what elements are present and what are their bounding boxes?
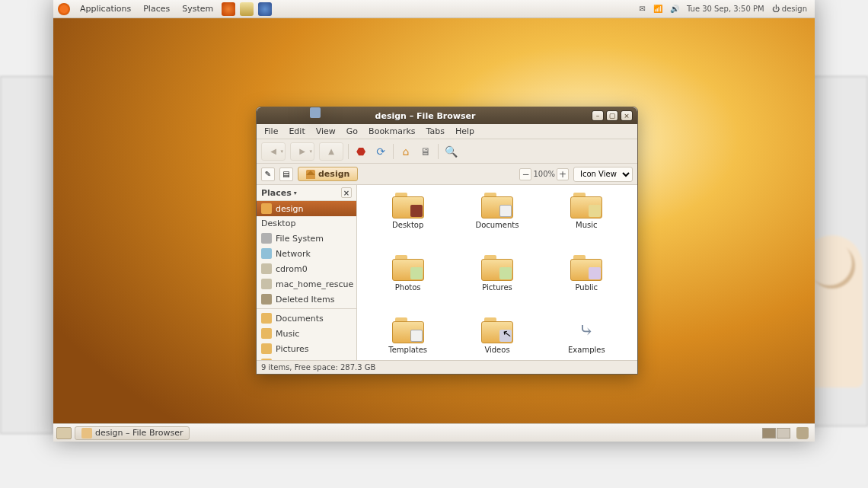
folder-icon (261, 328, 272, 339)
breadcrumb-home[interactable]: design (298, 167, 358, 181)
close-button[interactable]: × (621, 110, 633, 121)
folder-icon (481, 255, 513, 281)
folder-icon (481, 193, 513, 218)
menu-edit[interactable]: Edit (284, 126, 309, 137)
toolbar: ◀▾ ▶▾ ▲ ⬣ ⟳ ⌂ 🖥 🔍 (257, 139, 637, 164)
zoom-out-button[interactable]: − (519, 168, 531, 180)
folder-icon (261, 313, 272, 324)
zoom-control: − 100% + (519, 168, 569, 180)
side-pane-title: Places (261, 188, 292, 198)
zoom-in-button[interactable]: + (557, 168, 569, 180)
network-tray-icon[interactable]: 📶 (650, 5, 665, 13)
view-mode-select[interactable]: Icon View (573, 167, 633, 182)
folder-icon (261, 343, 272, 354)
trash-icon (261, 294, 272, 305)
sidebar-place-file-system[interactable]: File System (257, 231, 356, 246)
fs-icon (261, 233, 272, 244)
computer-button[interactable]: 🖥 (418, 144, 433, 159)
path-edit-toggle[interactable]: ✎ (261, 167, 275, 181)
menu-view[interactable]: View (311, 126, 340, 137)
menubar: File Edit View Go Bookmarks Tabs Help (257, 124, 637, 139)
menu-bookmarks[interactable]: Bookmarks (364, 126, 420, 137)
minimize-button[interactable]: – (592, 110, 604, 121)
menu-go[interactable]: Go (342, 126, 362, 137)
file-item-documents[interactable]: Documents (452, 193, 541, 252)
up-button[interactable]: ▲ (319, 142, 343, 161)
file-item-public[interactable]: Public (542, 255, 631, 314)
sidebar-place-documents[interactable]: Documents (257, 311, 356, 326)
back-button[interactable]: ◀▾ (261, 142, 286, 161)
stop-button[interactable]: ⬣ (353, 144, 369, 159)
workspace-1[interactable] (762, 428, 776, 439)
forward-button[interactable]: ▶▾ (290, 142, 314, 161)
sidebar-place-desktop[interactable]: Desktop (257, 216, 356, 231)
place-label: File System (276, 234, 324, 244)
firefox-launcher-icon[interactable] (222, 2, 235, 16)
place-label: cdrom0 (276, 264, 308, 274)
icon-view[interactable]: DesktopDocumentsMusicPhotosPicturesPubli… (357, 185, 637, 360)
place-label: design (276, 204, 304, 214)
applications-menu[interactable]: Applications (75, 2, 136, 15)
home-button[interactable]: ⌂ (398, 144, 413, 159)
place-label: Documents (276, 314, 324, 324)
place-label: Deleted Items (276, 295, 334, 305)
ubuntu-desktop: Applications Places System ✉ 📶 🔊 Tue 30 … (53, 0, 815, 442)
side-pane: Places ▾ × designDesktopFile SystemNetwo… (257, 185, 357, 360)
sidebar-place-network[interactable]: Network (257, 246, 356, 261)
system-menu[interactable]: System (177, 2, 219, 15)
net-icon (261, 248, 272, 259)
status-text: 9 items, Free space: 287.3 GB (261, 363, 375, 372)
file-item-templates[interactable]: Templates (363, 317, 452, 360)
volume-tray-icon[interactable]: 🔊 (667, 5, 682, 13)
search-button[interactable]: 🔍 (443, 144, 458, 159)
zoom-percent: 100% (533, 170, 555, 178)
sidebar-place-cdrom0[interactable]: cdrom0 (257, 261, 356, 276)
place-label: Pictures (276, 344, 309, 354)
folder-icon (392, 317, 424, 343)
file-label: Videos (484, 346, 509, 354)
show-desktop-button[interactable] (56, 427, 72, 439)
side-pane-close-button[interactable]: × (341, 187, 352, 198)
file-item-photos[interactable]: Photos (363, 255, 452, 314)
side-pane-header[interactable]: Places ▾ × (257, 185, 356, 201)
file-item-videos[interactable]: Videos (452, 317, 541, 360)
clock[interactable]: Tue 30 Sep, 3:50 PM (684, 5, 767, 13)
notification-tray-icon[interactable]: ✉ (637, 5, 649, 13)
menu-tabs[interactable]: Tabs (422, 126, 449, 137)
file-label: Photos (395, 283, 421, 292)
path-crumb-toggle[interactable]: ▤ (279, 167, 293, 181)
sidebar-place-music[interactable]: Music (257, 326, 356, 341)
sidebar-place-pictures[interactable]: Pictures (257, 341, 356, 356)
toolbar-separator (348, 144, 349, 159)
ubuntu-logo-icon[interactable] (58, 3, 70, 15)
file-item-music[interactable]: Music (542, 193, 631, 252)
maximize-button[interactable]: ▢ (606, 110, 618, 121)
taskbar-button-file-browser[interactable]: design – File Browser (75, 426, 190, 440)
file-label: Music (576, 221, 597, 229)
file-label: Public (576, 283, 598, 292)
trash-applet-icon[interactable] (796, 427, 809, 439)
place-label: mac_home_rescue (276, 279, 353, 289)
top-panel: Applications Places System ✉ 📶 🔊 Tue 30 … (53, 0, 815, 18)
sidebar-place-mac-home-rescue[interactable]: mac_home_rescue (257, 276, 356, 292)
user-switcher[interactable]: ⏻ design (769, 5, 810, 13)
file-item-desktop[interactable]: Desktop (363, 193, 452, 252)
home-icon (261, 203, 272, 214)
help-launcher-icon[interactable] (258, 2, 272, 16)
folder-icon (570, 255, 602, 281)
folder-icon (392, 193, 424, 218)
workspace-2[interactable] (777, 428, 790, 439)
sidebar-place-deleted-items[interactable]: Deleted Items (257, 292, 356, 307)
toolbar-separator (438, 144, 439, 159)
menu-file[interactable]: File (260, 126, 282, 137)
places-menu[interactable]: Places (138, 2, 175, 15)
file-item-pictures[interactable]: Pictures (452, 255, 541, 314)
workspace-switcher[interactable] (762, 428, 790, 439)
reload-button[interactable]: ⟳ (373, 144, 388, 159)
menu-help[interactable]: Help (451, 126, 479, 137)
file-item-examples[interactable]: ⤷Examples (542, 317, 631, 360)
task-label: design – File Browser (95, 428, 183, 438)
evolution-launcher-icon[interactable] (240, 2, 254, 16)
bottom-panel: design – File Browser (53, 423, 815, 442)
sidebar-place-design[interactable]: design (257, 201, 356, 216)
